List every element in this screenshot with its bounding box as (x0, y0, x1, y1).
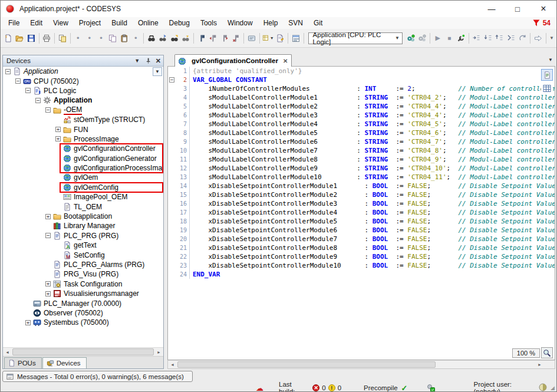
menu-tools[interactable]: Tools (195, 18, 222, 28)
collapse-toggle-icon[interactable]: − (5, 69, 11, 74)
toolbar-open-project-button[interactable] (14, 32, 26, 45)
tabular-view-button[interactable] (541, 83, 553, 94)
tree-item-plc-prg-prg[interactable]: −PLC_PRG (PRG) (3, 231, 163, 241)
menu-file[interactable]: File (3, 18, 25, 28)
tree-item-processimage[interactable]: +ProcessImage (3, 134, 163, 144)
expand-toggle-icon[interactable]: + (45, 214, 51, 219)
toolbar-stop-button[interactable]: ■ (443, 32, 455, 45)
toolbar-replace-button[interactable] (157, 32, 169, 45)
tree-item-gvlconfigurationcontroller[interactable]: gvlConfigurationController (3, 144, 163, 153)
toolbar-toggle-bookmark-button[interactable] (196, 32, 207, 45)
filter-flag-icon[interactable] (532, 19, 540, 27)
menu-project[interactable]: Project (74, 18, 106, 28)
device-select-dropdown[interactable]: ▼ (153, 67, 162, 76)
minimize-button[interactable]: — (479, 1, 505, 17)
expand-toggle-icon[interactable]: + (45, 281, 51, 286)
cloud-status-icon[interactable]: ☁ (256, 384, 263, 392)
tree-item-systembus-705000[interactable]: +Systembus (705000) (3, 318, 163, 327)
messages-bar[interactable]: Messages - Total 0 error(s), 0 warning(s… (2, 371, 193, 382)
toolbar-redo-button[interactable]: • (84, 32, 95, 45)
tree-item-plc-prg-alarms-prg[interactable]: PLC_PRG_Alarms (PRG) (3, 260, 163, 269)
toolbar-find-button[interactable] (146, 32, 157, 45)
tree-item-library-manager[interactable]: Library Manager (3, 221, 163, 230)
menu-edit[interactable]: Edit (25, 18, 48, 28)
toolbar-delete-button[interactable]: • (130, 32, 141, 45)
toolbar-properties-button[interactable] (275, 32, 286, 45)
toolbar-undo-button[interactable]: • (72, 32, 84, 45)
expand-toggle-icon[interactable]: + (25, 320, 31, 325)
menu-help[interactable]: Help (258, 18, 284, 28)
menu-online[interactable]: Online (133, 18, 164, 28)
editor-tab-gvlconfigurationcontroller[interactable]: gvlConfigurationController ✕ (174, 54, 292, 67)
collapse-toggle-icon[interactable]: − (25, 88, 31, 93)
toolbar-logout-button[interactable] (416, 32, 428, 45)
editor-horizontal-scrollbar[interactable]: ◄ ► (167, 360, 555, 369)
toolbar-run-to-cursor-button[interactable] (505, 32, 517, 45)
tree-item-gvloem[interactable]: gvlOem (3, 173, 163, 182)
toolbar-export-button[interactable] (246, 32, 258, 45)
toolbar-breakpoints-button[interactable] (455, 32, 467, 45)
toolbar-copy-project-button[interactable] (57, 32, 68, 45)
toolbar-clear-bookmarks-button[interactable] (230, 32, 242, 45)
collapse-toggle-icon[interactable]: − (45, 107, 51, 113)
toolbar-step-into-button[interactable] (482, 32, 494, 45)
code-editor[interactable]: 1{attribute 'qualified_only'}−2VAR_GLOBA… (167, 67, 555, 360)
maximize-button[interactable]: □ (505, 1, 530, 17)
tab-list-dropdown-icon[interactable]: ▼ (548, 57, 553, 62)
toolbar-copy-button[interactable] (107, 32, 118, 45)
scrollbar-thumb[interactable] (12, 348, 154, 355)
scroll-left-icon[interactable]: ◄ (3, 348, 12, 356)
tree-item-stoemtype-struct[interactable]: stOemType (STRUCT) (3, 115, 163, 124)
tree-item-imagepool-oem[interactable]: ImagePool_OEM (3, 192, 163, 202)
active-application-combo[interactable]: Application [CPU: PLC Logic]▼ (308, 32, 403, 44)
toolbar-build-button[interactable] (290, 32, 302, 45)
tree-item-gvlconfigurationgenerator[interactable]: gvlConfigurationGenerator (3, 154, 163, 163)
scroll-right-icon[interactable]: ► (535, 361, 544, 368)
zoom-magnifier-button[interactable] (541, 347, 553, 358)
menu-view[interactable]: View (48, 18, 74, 28)
tree-item-gvloemconfig[interactable]: gvlOemConfig (3, 183, 163, 192)
panel-menu-icon[interactable]: ▼ (134, 58, 141, 64)
tab-close-icon[interactable]: ✕ (283, 58, 288, 64)
scroll-left-icon[interactable]: ◄ (168, 361, 177, 368)
menu-build[interactable]: Build (106, 18, 133, 28)
tree-item-plc-logic[interactable]: −PLC Logic (3, 86, 163, 95)
toolbar-find-in-project-button[interactable] (169, 32, 180, 45)
tree-item-fun[interactable]: +FUN (3, 124, 163, 134)
zoom-level[interactable]: 100 % (512, 348, 540, 358)
tree-item-bootapplication[interactable]: +Bootapplication (3, 212, 163, 221)
panel-close-icon[interactable]: ✕ (156, 57, 161, 65)
toolbar-replace-in-project-button[interactable] (180, 32, 192, 45)
tree-item-setconfig[interactable]: MSetConfig (3, 250, 163, 259)
toolbar-step-over-button[interactable] (470, 32, 482, 45)
toolbar-previous-bookmark-button[interactable] (207, 32, 219, 45)
toolbar-cut-button[interactable]: • (95, 32, 107, 45)
tab-devices[interactable]: Devices (42, 357, 87, 368)
menu-debug[interactable]: Debug (164, 18, 195, 28)
scrollbar-thumb[interactable] (177, 361, 436, 368)
toolbar-start-button[interactable]: ▶ (432, 32, 444, 45)
tree-item-visualisierungsmanager[interactable]: +Visualisierungsmanager (3, 289, 163, 298)
toolbar-new-file-button[interactable] (2, 32, 14, 45)
close-button[interactable]: × (530, 1, 556, 17)
menu-svn[interactable]: SVN (283, 18, 308, 28)
fold-toggle-icon[interactable]: − (169, 77, 174, 83)
tree-item-cpu-705002[interactable]: −CPUCPU (705002) (3, 76, 163, 85)
expand-toggle-icon[interactable]: + (55, 127, 61, 132)
toolbar-save-project-button[interactable] (25, 32, 37, 45)
pin-icon[interactable] (145, 57, 151, 64)
menu-git[interactable]: Git (308, 18, 328, 28)
tree-item-application[interactable]: −Application (3, 95, 163, 105)
tree-horizontal-scrollbar[interactable]: ◄ ► (3, 347, 163, 356)
expand-toggle-icon[interactable]: + (55, 136, 61, 141)
tree-item-gvlconfigurationprocessimage[interactable]: gvlConfigurationProcessImage (3, 163, 163, 173)
toolbar-print-button[interactable] (41, 32, 53, 45)
tree-item-prg-visu-prg[interactable]: PRG_Visu (PRG) (3, 269, 163, 279)
toolbar-step-out-button[interactable] (494, 32, 506, 45)
toolbar-overflow-icon[interactable]: ▼ (548, 35, 555, 41)
expand-toggle-icon[interactable]: + (45, 291, 51, 297)
tab-pous[interactable]: POUs (4, 357, 42, 368)
tree-item-application[interactable]: −Application (3, 67, 163, 76)
tree-item-gettext[interactable]: AgetText (3, 241, 163, 250)
scroll-right-icon[interactable]: ► (154, 348, 163, 356)
